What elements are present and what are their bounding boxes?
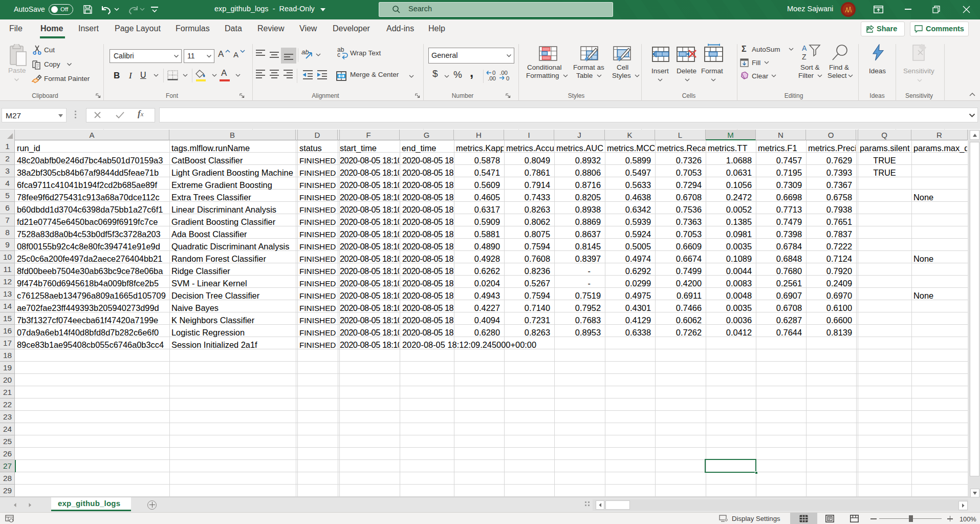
svg-text:.00: .00 — [488, 75, 496, 81]
svg-text:0: 0 — [506, 75, 509, 81]
svg-text:A: A — [802, 44, 807, 52]
svg-text:Z: Z — [802, 53, 807, 61]
